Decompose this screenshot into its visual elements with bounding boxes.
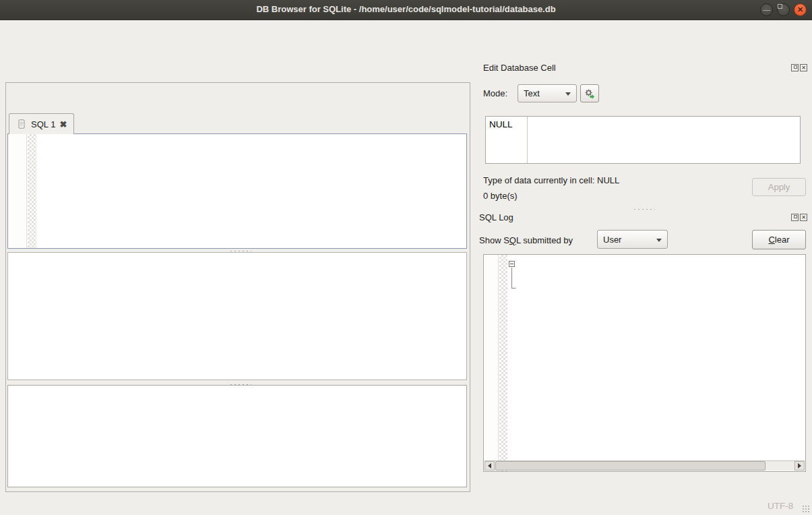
editor-line-numbers	[8, 134, 27, 248]
maximize-button[interactable]	[777, 3, 790, 16]
close-panel-icon[interactable]: ✕	[800, 214, 807, 221]
apply-button[interactable]: Apply	[752, 178, 806, 196]
close-button[interactable]: ✕	[794, 3, 807, 16]
cell-size-info: 0 byte(s)	[483, 191, 518, 201]
float-panel-icon[interactable]	[791, 64, 799, 71]
scroll-left-icon[interactable]	[485, 461, 495, 471]
sql-log-title: SQL Log	[479, 212, 513, 222]
cell-value: NULL	[489, 119, 513, 129]
mode-label: Mode:	[483, 88, 507, 98]
log-fold-margin	[499, 255, 507, 471]
cell-mode-value: Text	[524, 88, 540, 98]
execution-status-text	[8, 386, 466, 394]
sql-log-filter-label: Show SQL submitted by	[479, 235, 573, 245]
fold-collapse-icon[interactable]	[509, 261, 515, 267]
log-line-numbers	[484, 255, 499, 471]
editor-fold-margin	[28, 134, 36, 248]
cell-mode-select[interactable]: Text	[518, 84, 577, 102]
cell-type-info: Type of data currently in cell: NULL	[483, 175, 619, 185]
encoding-status: UTF-8	[768, 501, 793, 511]
sql-log-dock-buttons: ✕	[791, 214, 807, 221]
sql-log-filter-select[interactable]: User	[597, 230, 668, 249]
gear-icon	[584, 88, 596, 100]
log-code	[519, 255, 805, 471]
sql-editor[interactable]	[7, 133, 467, 249]
menubar	[0, 20, 812, 36]
close-panel-icon[interactable]: ✕	[800, 64, 807, 71]
cell-value-editor[interactable]: NULL	[485, 116, 801, 164]
sql-editor-tab[interactable]: SQL 1 ✖	[9, 113, 74, 134]
titlebar: DB Browser for SQLite - /home/user/code/…	[0, 0, 812, 20]
sql-log-filter-value: User	[603, 235, 621, 245]
window-title: DB Browser for SQLite - /home/user/code/…	[0, 4, 812, 14]
minimize-button[interactable]: —	[760, 3, 773, 16]
sql-document-icon	[16, 119, 27, 129]
sql-log-view[interactable]	[483, 254, 806, 472]
window-controls: — ✕	[760, 3, 807, 16]
scroll-right-icon[interactable]	[794, 461, 805, 471]
edit-cell-title: Edit Database Cell	[483, 63, 556, 73]
apply-button-label: Apply	[768, 182, 790, 192]
close-tab-icon[interactable]: ✖	[59, 120, 67, 129]
editor-code[interactable]	[36, 134, 466, 248]
apply-cell-settings-button[interactable]	[580, 84, 599, 102]
sql-editor-tab-label: SQL 1	[31, 119, 55, 129]
editor-results-splitter[interactable]	[228, 248, 251, 251]
cell-log-splitter[interactable]	[632, 206, 655, 210]
app-window: DB Browser for SQLite - /home/user/code/…	[0, 0, 812, 515]
scrollbar-thumb[interactable]	[495, 461, 766, 471]
log-horizontal-scrollbar[interactable]	[485, 460, 805, 471]
execute-sql-panel: SQL 1 ✖	[5, 82, 470, 492]
execution-status-box[interactable]	[7, 385, 467, 487]
clear-log-button[interactable]: Clear	[752, 230, 806, 249]
edit-cell-dock-buttons: ✕	[791, 64, 807, 71]
float-panel-icon[interactable]	[791, 214, 799, 221]
resize-grip[interactable]	[802, 505, 810, 513]
results-grid	[7, 252, 467, 380]
fold-guide-line	[511, 268, 516, 289]
main-toolbar	[0, 36, 812, 59]
